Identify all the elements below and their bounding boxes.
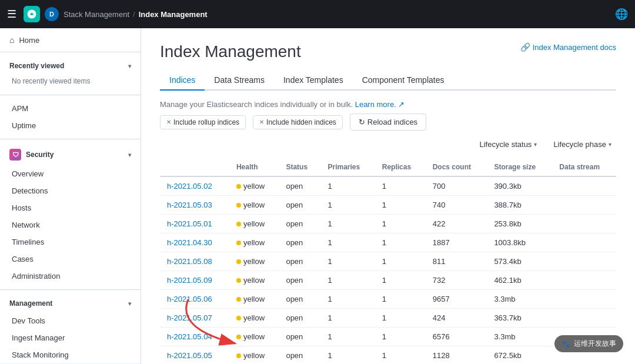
cell-status: open	[279, 346, 320, 365]
menu-icon[interactable]: ☰	[7, 8, 16, 21]
sidebar-plain-items-section: APM Uptime	[0, 95, 141, 139]
cell-primaries: 1	[321, 346, 375, 365]
cell-primaries: 1	[321, 215, 375, 233]
cell-docs: 1887	[426, 233, 487, 252]
sidebar-item-cases[interactable]: Cases	[0, 251, 141, 268]
home-icon: ⌂	[9, 35, 14, 45]
cell-index-name[interactable]: h-2021.05.05	[160, 346, 229, 365]
cell-storage: 3.3mb	[487, 290, 552, 309]
cell-storage: 253.8kb	[487, 215, 552, 233]
sidebar-item-timelines[interactable]: Timelines	[0, 233, 141, 251]
tabs-bar: Indices Data Streams Index Templates Com…	[160, 71, 616, 91]
tab-indices[interactable]: Indices	[160, 71, 205, 91]
sidebar-item-uptime[interactable]: Uptime	[0, 117, 141, 134]
table-row[interactable]: h-2021.05.09 yellow open 1 1 732 462.1kb	[160, 271, 616, 290]
cell-index-name[interactable]: h-2021.05.09	[160, 271, 229, 290]
sidebar-item-hosts[interactable]: Hosts	[0, 199, 141, 216]
table-row[interactable]: h-2021.05.08 yellow open 1 1 811 573.4kb	[160, 252, 616, 271]
reload-button[interactable]: ↻ Reload indices	[350, 113, 426, 131]
indices-table: Health Status Primaries Replicas Docs co…	[160, 158, 616, 364]
security-header-left: 🛡 Security	[9, 149, 54, 161]
recently-viewed-header[interactable]: Recently viewed ▾	[0, 57, 141, 75]
cell-storage: 672.5kb	[487, 346, 552, 365]
cell-status: open	[279, 328, 320, 346]
table-row[interactable]: h-2021.05.06 yellow open 1 1 9657 3.3mb	[160, 290, 616, 309]
cell-replicas: 1	[375, 346, 426, 365]
topbar-right: 🌐	[615, 8, 628, 21]
cell-docs: 422	[426, 215, 487, 233]
reload-icon: ↻	[359, 118, 365, 126]
sidebar-item-stack-monitoring[interactable]: Stack Monitoring	[0, 346, 141, 363]
cell-index-name[interactable]: h-2021.05.03	[160, 196, 229, 215]
cell-index-name[interactable]: h-2021.05.06	[160, 290, 229, 309]
lifecycle-status-btn[interactable]: Lifecycle status ▾	[475, 138, 542, 151]
cell-index-name[interactable]: h-2021.05.08	[160, 252, 229, 271]
col-stream[interactable]: Data stream	[552, 158, 616, 176]
cell-health: yellow	[229, 215, 279, 233]
cell-storage: 388.7kb	[487, 196, 552, 215]
recently-viewed-label: Recently viewed	[9, 62, 64, 70]
sidebar-item-detections[interactable]: Detections	[0, 182, 141, 199]
cell-stream	[552, 252, 616, 271]
hidden-filter-close-icon[interactable]: ✕	[259, 119, 264, 125]
lifecycle-phase-btn[interactable]: Lifecycle phase ▾	[549, 138, 616, 151]
cell-index-name[interactable]: h-2021.04.30	[160, 233, 229, 252]
cell-index-name[interactable]: h-2021.05.02	[160, 176, 229, 196]
cell-primaries: 1	[321, 233, 375, 252]
cell-status: open	[279, 233, 320, 252]
security-section-header[interactable]: 🛡 Security ▾	[0, 144, 141, 165]
tab-data-streams[interactable]: Data Streams	[205, 71, 274, 91]
table-row[interactable]: h-2021.05.03 yellow open 1 1 740 388.7kb	[160, 196, 616, 215]
cell-storage: 1003.8kb	[487, 233, 552, 252]
management-section-header[interactable]: Management ▾	[0, 295, 141, 312]
table-row[interactable]: h-2021.05.05 yellow open 1 1 1128 672.5k…	[160, 346, 616, 365]
cell-primaries: 1	[321, 328, 375, 346]
sidebar-item-administration[interactable]: Administration	[0, 268, 141, 285]
hidden-filter-chip[interactable]: ✕ Include hidden indices	[253, 115, 343, 129]
lifecycle-status-label: Lifecycle status	[480, 140, 532, 149]
learn-more-link[interactable]: Learn more. ↗	[355, 100, 405, 109]
sidebar-item-overview[interactable]: Overview	[0, 165, 141, 182]
security-label: Security	[26, 151, 54, 159]
globe-icon[interactable]: 🌐	[615, 8, 628, 21]
info-bar: Manage your Elasticsearch indices indivi…	[160, 100, 616, 131]
table-row[interactable]: h-2021.04.30 yellow open 1 1 1887 1003.8…	[160, 233, 616, 252]
cell-stream	[552, 233, 616, 252]
cell-index-name[interactable]: h-2021.05.01	[160, 215, 229, 233]
cell-primaries: 1	[321, 196, 375, 215]
col-replicas[interactable]: Replicas	[375, 158, 426, 176]
watermark-icon: 🐾	[562, 340, 570, 348]
cell-docs: 811	[426, 252, 487, 271]
col-primaries[interactable]: Primaries	[321, 158, 375, 176]
cell-health: yellow	[229, 196, 279, 215]
security-chevron: ▾	[128, 152, 131, 158]
sidebar-item-apm[interactable]: APM	[0, 100, 141, 117]
table-row[interactable]: h-2021.05.01 yellow open 1 1 422 253.8kb	[160, 215, 616, 233]
table-row[interactable]: h-2021.05.02 yellow open 1 1 700 390.3kb	[160, 176, 616, 196]
sidebar-item-dev-tools[interactable]: Dev Tools	[0, 312, 141, 329]
col-health[interactable]: Health	[229, 158, 279, 176]
sidebar-home[interactable]: ⌂ Home	[0, 28, 141, 52]
cell-index-name[interactable]: h-2021.05.04	[160, 328, 229, 346]
main-layout: ⌂ Home Recently viewed ▾ No recently vie…	[0, 28, 635, 364]
tab-index-templates[interactable]: Index Templates	[274, 71, 353, 91]
tab-component-templates[interactable]: Component Templates	[353, 71, 454, 91]
col-status[interactable]: Status	[279, 158, 320, 176]
table-row[interactable]: h-2021.05.07 yellow open 1 1 424 363.7kb	[160, 309, 616, 328]
cell-stream	[552, 215, 616, 233]
sidebar-item-network[interactable]: Network	[0, 216, 141, 233]
breadcrumb-parent[interactable]: Stack Management	[63, 10, 129, 19]
cell-health: yellow	[229, 233, 279, 252]
docs-link[interactable]: 🔗 Index Management docs	[520, 42, 616, 52]
rollup-filter-close-icon[interactable]: ✕	[166, 119, 171, 125]
col-storage[interactable]: Storage size	[487, 158, 552, 176]
col-docs[interactable]: Docs count	[426, 158, 487, 176]
table-row[interactable]: h-2021.05.04 yellow open 1 1 6576 3.3mb	[160, 328, 616, 346]
user-avatar[interactable]: D	[45, 7, 59, 21]
rollup-filter-chip[interactable]: ✕ Include rollup indices	[160, 115, 246, 129]
sidebar-item-ingest-manager[interactable]: Ingest Manager	[0, 329, 141, 346]
sidebar-management-section: Management ▾ Dev Tools Ingest Manager St…	[0, 290, 141, 364]
sidebar-recently-viewed-section: Recently viewed ▾ No recently viewed ite…	[0, 52, 141, 95]
cell-index-name[interactable]: h-2021.05.07	[160, 309, 229, 328]
cell-storage: 462.1kb	[487, 271, 552, 290]
